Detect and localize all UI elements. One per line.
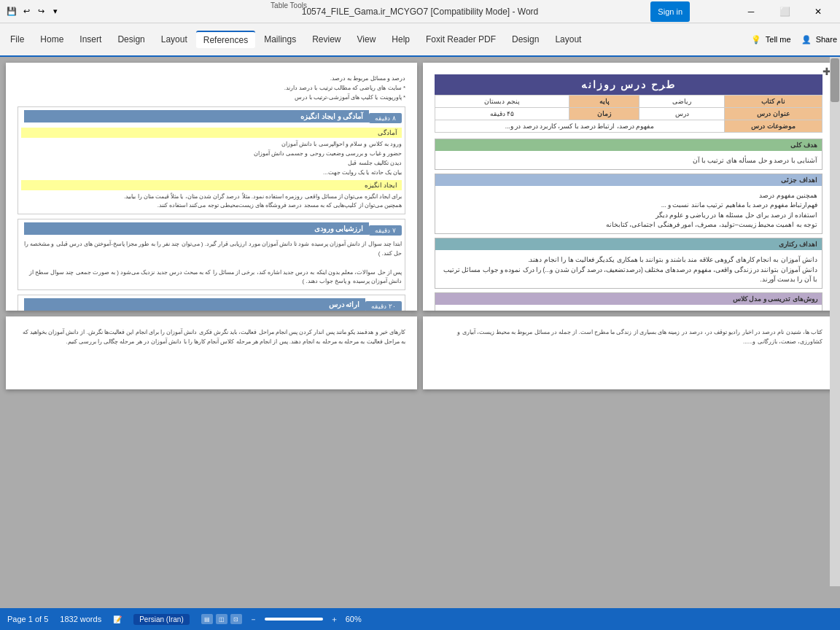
page-3-left: کارهای خیر و هدفمند یکو مانند پس اندار ک…	[6, 316, 417, 389]
block-ravesh-tadrisi: روش‌های تدریسی و مدل کلاس روش‌تدریسی: به…	[435, 292, 822, 311]
titlebar: 💾 ↩ ↪ ▾ 10574_FILE_Gama.ir_MCYGO7 [Compa…	[0, 0, 840, 23]
undo-button[interactable]: ↩	[20, 6, 32, 18]
angize-content: برای ایجاد انگیزه می‌توان از مسائل واقعی…	[21, 192, 402, 211]
close-button[interactable]: ✕	[802, 1, 834, 22]
cell-topic-label: عنوان درس	[724, 108, 822, 120]
scrollbar-thumb[interactable]	[831, 58, 839, 102]
view-read-icon[interactable]: ⊡	[230, 614, 242, 624]
customize-button[interactable]: ▾	[50, 6, 61, 18]
share-icon: 👤	[801, 35, 812, 44]
redo-button[interactable]: ↪	[35, 6, 47, 18]
header-ahdaf-jozei: اهداف جزئی	[435, 174, 822, 186]
zoom-out-icon[interactable]: －	[249, 614, 257, 625]
tab-help[interactable]: Help	[384, 31, 417, 47]
left-column: درصد و مسائل مربوط به درصد. * سایت های ر…	[6, 63, 417, 389]
ribbon: File Home Insert Design Layout Reference…	[0, 23, 840, 57]
arzeshyabi-content: ابتدا چند سوال از دانش آموزان پرسیده شود…	[21, 240, 402, 287]
language-button[interactable]: Persian (Iran)	[133, 614, 190, 625]
time-badge-3: ۲۰ دقیقه	[365, 301, 402, 311]
bottom-right-content: کتاب ها، شنیدن نام درصد در اخبار رادیو ت…	[435, 328, 822, 347]
highlight-angize: ایجاد انگیزه	[21, 180, 402, 190]
intro-line-1: درصد و مسائل مربوط به درصد.	[18, 74, 405, 84]
tell-me-icon: 💡	[751, 35, 761, 44]
amadegi-content: ورود به کلاس و سلام و احوالپرسی با دانش …	[21, 140, 402, 177]
page-1-left: درصد و مسائل مربوط به درصد. * سایت های ر…	[6, 63, 417, 311]
cell-subjects-label: موضوعات درس	[724, 120, 822, 133]
right-column: ✚ طرح درس روزانه نام کتاب ریاضی پایه پنج…	[423, 63, 834, 389]
header-ahdaf-raktari: اهداف رکتاری	[435, 238, 822, 250]
bottom-left-content: کارهای خیر و هدفمند یکو مانند پس اندار ک…	[18, 328, 405, 347]
zoom-level: 60%	[346, 615, 362, 623]
section-arzeshyabi: ۷ دقیقه ارزشیابی ورودی ابتدا چند سوال از…	[18, 219, 405, 290]
sign-in-button[interactable]: Sign in	[650, 1, 690, 22]
view-web-icon[interactable]: ◫	[216, 614, 228, 624]
intro-line-3: * پاورپوینت یا کلیپ های آموزشی-تر‌تیب با…	[18, 93, 405, 103]
time-badge-2: ۷ دقیقه	[369, 225, 402, 236]
header-hadaf-koli: هدف کلی	[435, 139, 822, 151]
tab-references[interactable]: References	[196, 31, 255, 48]
share-label[interactable]: Share	[816, 35, 837, 44]
block-ahdaf-jozei: اهداف جزئی همچنین مفهوم درصد فهم‌ارتباط …	[435, 174, 822, 234]
quick-access-toolbar[interactable]: 💾 ↩ ↪ ▾	[6, 6, 61, 18]
page-1-right: ✚ طرح درس روزانه نام کتاب ریاضی پایه پنج…	[423, 63, 834, 311]
time-badge-1: ۸ دقیقه	[369, 113, 402, 123]
content-hadaf-koli: آشنایی با درصد و حل مسأله های تر‌تیب با …	[435, 153, 822, 169]
word-count: 1832 words	[60, 615, 101, 623]
block-ahdaf-raktari: اهداف رکتاری دانش آموزان به انجام کارهای…	[435, 238, 822, 289]
statusbar: Page 1 of 5 1832 words 📝 Persian (Iran) …	[0, 608, 840, 630]
section-amadegi: ۸ دقیقه آمادگی و ایجاد انگیزه آمادگی ورو…	[18, 106, 405, 214]
content-ahdaf-jozei: همچنین مفهوم درصد فهم‌ارتباط مفهوم درصد …	[435, 188, 822, 233]
pages-container: درصد و مسائل مربوط به درصد. * سایت های ر…	[6, 63, 834, 389]
cell-book-value: ریاضی	[639, 96, 725, 108]
restore-button[interactable]: ⬜	[769, 1, 801, 22]
tab-layout[interactable]: Layout	[154, 31, 195, 47]
zoom-in-icon[interactable]: ＋	[330, 614, 338, 625]
subsection-amadegi: آمادگی	[21, 128, 402, 138]
tab-file[interactable]: File	[3, 31, 31, 47]
track-changes-icon: 📝	[113, 615, 122, 623]
cell-time-label: زمان	[569, 108, 639, 120]
page-content: درصد و مسائل مربوط به درصد. * سایت های ر…	[18, 74, 405, 311]
tab-table-layout[interactable]: Layout	[548, 31, 588, 47]
view-icons: ▤ ◫ ⊡	[201, 614, 242, 624]
table-tools-label: Table Tools	[271, 1, 307, 9]
intro-line-2: * سایت های ریاضی که مطالب تر‌تیب با درصد…	[18, 84, 405, 93]
window-controls[interactable]: Sign in ─ ⬜ ✕	[650, 1, 834, 22]
section-title-arzeshyabi: ارزشیابی ورودی	[24, 222, 369, 235]
content-ahdaf-raktari: دانش آموزان به انجام کارهای گروهی علاقه …	[435, 252, 822, 288]
cell-time-value: ۴۵ دقیقه	[435, 108, 569, 120]
minimize-button[interactable]: ─	[735, 1, 767, 22]
cell-subjects-value: مفهوم درصد، ارتباط درصد با کسر، کاربرد د…	[435, 120, 725, 133]
section-title-araeye: ارائه درس	[24, 298, 365, 311]
tab-insert[interactable]: Insert	[72, 31, 109, 47]
section-araeye-dars: ۲۰ دقیقه ارائه درس شارحه درس: در ابتدای …	[18, 295, 405, 311]
lesson-info-table: نام کتاب ریاضی پایه پنجم دبستان عنوان در…	[435, 95, 822, 133]
tab-table-design[interactable]: Design	[505, 31, 546, 47]
view-print-icon[interactable]: ▤	[201, 614, 213, 624]
tell-me-label[interactable]: Tell me	[766, 35, 791, 44]
content-ravesh-tadrisi: روش‌تدریسی: به صورت گروهی، سخنرانی مدل ک…	[435, 307, 822, 311]
statusbar-right: ▤ ◫ ⊡ － ＋ 60%	[201, 614, 362, 625]
block-hadaf-koli: هدف کلی آشنایی با درصد و حل مسأله های تر…	[435, 139, 822, 170]
tab-design[interactable]: Design	[110, 31, 152, 47]
window-title: 10574_FILE_Gama.ir_MCYGO7 [Compatibility…	[302, 7, 539, 17]
lesson-plan-title: طرح درس روزانه	[435, 74, 822, 95]
intro-section: درصد و مسائل مربوط به درصد. * سایت های ر…	[18, 74, 405, 102]
tab-review[interactable]: Review	[305, 31, 348, 47]
page-info: Page 1 of 5	[7, 615, 48, 623]
cell-book-label: نام کتاب	[724, 96, 822, 108]
document-area: درصد و مسائل مربوط به درصد. * سایت های ر…	[0, 57, 840, 608]
section-title-amadegi: آمادگی و ایجاد انگیزه	[24, 110, 369, 122]
page-3-right: کتاب ها، شنیدن نام درصد در اخبار رادیو ت…	[423, 316, 834, 389]
tab-home[interactable]: Home	[33, 31, 71, 47]
cell-grade-label: پایه	[569, 96, 639, 108]
header-ravesh-tadrisi: روش‌های تدریسی و مدل کلاس	[435, 293, 822, 305]
zoom-slider[interactable]	[265, 618, 323, 621]
save-button[interactable]: 💾	[6, 6, 18, 18]
cell-grade-value: پنجم دبستان	[435, 96, 569, 108]
tab-mailings[interactable]: Mailings	[257, 31, 303, 47]
tab-view[interactable]: View	[350, 31, 384, 47]
vertical-scrollbar[interactable]	[830, 57, 840, 586]
tab-foxit[interactable]: Foxit Reader PDF	[419, 31, 503, 47]
cell-topic-value: درس	[639, 108, 725, 120]
